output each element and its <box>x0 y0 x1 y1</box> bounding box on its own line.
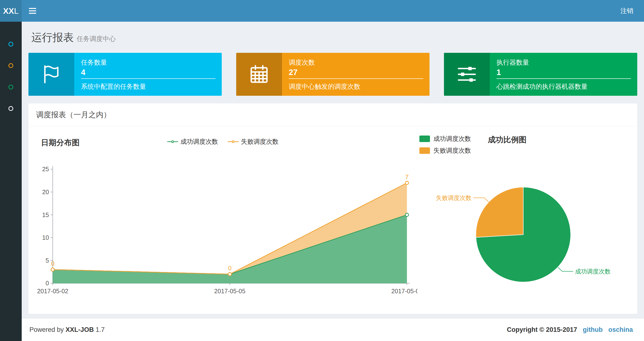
line-chart-legend: 成功调度次数 失败调度次数 <box>167 137 278 146</box>
footer: Powered by XXL-JOB 1.7 Copyright © 2015-… <box>22 318 644 341</box>
legend-swatch <box>419 147 430 154</box>
success-ratio-chart: 成功调度次数 失败调度次数 成功比例图 成功调度次数失败调度次数 <box>418 130 634 303</box>
legend-item-success[interactable]: 成功调度次数 <box>167 137 218 146</box>
page-title: 运行报表任务调度中心 <box>31 30 635 45</box>
pie-chart-title: 成功比例图 <box>488 135 526 145</box>
main-content: 运行报表任务调度中心 任务数量 4 系统中配置的任务数量 <box>22 22 644 318</box>
logo-text-bold: XX <box>3 6 14 16</box>
oschina-link[interactable]: oschina <box>608 326 633 333</box>
pie-chart-svg: 成功调度次数失败调度次数 <box>418 159 634 303</box>
legend-item-fail[interactable]: 失败调度次数 <box>228 137 278 146</box>
stat-desc: 心跳检测成功的执行器机器数量 <box>496 78 631 91</box>
stat-value: 4 <box>81 68 216 77</box>
stat-title: 调度次数 <box>289 58 423 67</box>
page-subtitle: 任务调度中心 <box>77 35 116 43</box>
legend-label: 失败调度次数 <box>433 146 471 155</box>
hamburger-icon <box>29 8 36 9</box>
legend-item-fail[interactable]: 失败调度次数 <box>419 146 471 155</box>
sidebar <box>0 22 22 341</box>
copyright: Copyright © 2015-2017 github oschina <box>507 326 633 333</box>
stat-value: 27 <box>289 68 423 77</box>
svg-text:5: 5 <box>46 257 49 264</box>
svg-text:20: 20 <box>42 189 49 195</box>
stat-box-triggers: 调度次数 27 调度中心触发的调度次数 <box>236 53 430 96</box>
legend-item-success[interactable]: 成功调度次数 <box>419 135 471 143</box>
svg-text:15: 15 <box>42 211 49 218</box>
logo-text-light: L <box>14 6 18 16</box>
area-chart-svg: 05101520252017-05-022017-05-052017-05-08… <box>33 156 418 298</box>
legend-swatch <box>419 136 430 142</box>
svg-text:0: 0 <box>46 280 49 286</box>
circle-icon <box>8 106 13 111</box>
date-distribution-chart: 日期分布图 成功调度次数 失败调度次数 05101520 <box>33 130 418 303</box>
sliders-icon <box>444 53 490 96</box>
content-header: 运行报表任务调度中心 <box>28 27 637 53</box>
legend-label: 失败调度次数 <box>241 137 278 146</box>
flag-icon <box>28 53 74 96</box>
sidebar-item-3[interactable] <box>0 76 22 98</box>
sidebar-item-1[interactable] <box>0 33 22 55</box>
report-panel: 调度报表（一月之内） 日期分布图 成功调度次数 失败调度次数 <box>28 104 637 314</box>
svg-text:10: 10 <box>42 234 49 241</box>
navbar: 注销 <box>22 0 644 22</box>
stat-box-executors: 执行器数量 1 心跳检测成功的执行器机器数量 <box>444 53 637 96</box>
stat-desc: 调度中心触发的调度次数 <box>289 78 423 91</box>
svg-text:成功调度次数: 成功调度次数 <box>575 268 610 275</box>
stat-title: 执行器数量 <box>496 58 631 67</box>
top-navbar: XXL 注销 <box>0 0 644 22</box>
circle-icon <box>8 42 13 47</box>
svg-text:2017-05-02: 2017-05-02 <box>37 288 68 294</box>
app-logo[interactable]: XXL <box>0 0 22 22</box>
svg-text:2017-05-05: 2017-05-05 <box>214 288 245 294</box>
logout-link[interactable]: 注销 <box>610 0 644 22</box>
legend-label: 成功调度次数 <box>433 135 471 143</box>
legend-ring-icon <box>232 140 234 143</box>
brand-name: XXL-JOB <box>66 326 94 333</box>
legend-label: 成功调度次数 <box>180 137 218 146</box>
panel-title: 调度报表（一月之内） <box>28 104 637 126</box>
svg-text:7: 7 <box>405 174 408 180</box>
svg-text:0: 0 <box>51 260 54 267</box>
svg-text:0: 0 <box>228 265 232 271</box>
legend-line <box>228 141 232 142</box>
svg-text:失败调度次数: 失败调度次数 <box>436 195 472 201</box>
calendar-icon <box>236 53 282 96</box>
circle-icon <box>8 63 13 68</box>
pie-chart-legend: 成功调度次数 失败调度次数 <box>419 135 471 155</box>
sidebar-item-2[interactable] <box>0 55 22 76</box>
sidebar-toggle-button[interactable] <box>22 0 44 22</box>
github-link[interactable]: github <box>583 326 602 333</box>
svg-text:25: 25 <box>42 166 49 172</box>
legend-line <box>167 141 171 142</box>
sidebar-item-4[interactable] <box>0 98 22 119</box>
stat-desc: 系统中配置的任务数量 <box>81 78 216 91</box>
circle-icon <box>8 85 13 90</box>
stat-value: 1 <box>496 68 631 77</box>
legend-ring-icon <box>171 140 174 143</box>
svg-text:2017-05-08: 2017-05-08 <box>392 288 418 294</box>
stat-title: 任务数量 <box>81 58 216 67</box>
powered-by: Powered by XXL-JOB 1.7 <box>30 326 104 333</box>
stat-boxes: 任务数量 4 系统中配置的任务数量 调度次数 27 调度中心触发的调度次数 <box>28 53 637 96</box>
stat-box-jobs: 任务数量 4 系统中配置的任务数量 <box>28 53 222 96</box>
